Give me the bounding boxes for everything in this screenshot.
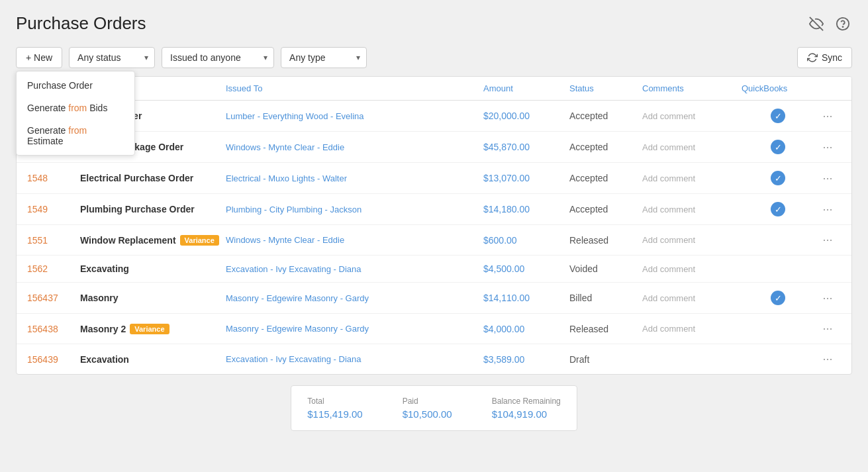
row-issued[interactable]: Windows - Mynte Clear - Eddie — [226, 235, 483, 245]
row-qb: ✓ — [742, 202, 814, 216]
col-header-actions — [814, 83, 841, 93]
row-more-button[interactable]: ··· — [814, 109, 841, 123]
eye-off-icon[interactable] — [807, 15, 826, 33]
dropdown-purchase-order[interactable]: Purchase Order — [17, 74, 134, 97]
sync-button[interactable]: Sync — [797, 47, 852, 68]
row-status: Released — [569, 324, 642, 334]
row-status: Billed — [569, 293, 642, 303]
row-amount: $600.00 — [483, 235, 569, 246]
row-id[interactable]: 156438 — [27, 324, 80, 334]
row-name[interactable]: Excavation — [80, 354, 226, 365]
qb-check-icon: ✓ — [771, 291, 785, 305]
row-comment[interactable]: Add comment — [642, 235, 742, 245]
row-name[interactable]: Masonry 2 Variance — [80, 324, 226, 334]
row-id[interactable]: 156439 — [27, 354, 80, 365]
help-icon[interactable] — [834, 15, 852, 33]
row-name-text: Masonry 2 — [80, 324, 126, 334]
row-name[interactable]: Window Replacement Variance — [80, 235, 226, 246]
row-comment[interactable]: Add comment — [642, 111, 742, 121]
row-comment[interactable]: Add comment — [642, 264, 742, 274]
col-header-amount: Amount — [483, 83, 569, 93]
row-comment[interactable]: Add comment — [642, 324, 742, 334]
row-qb: ✓ — [742, 171, 814, 185]
row-more-button[interactable]: ··· — [814, 352, 841, 366]
row-name-text: Electrical Purchase Order — [80, 173, 193, 183]
row-id[interactable]: 1562 — [27, 263, 80, 274]
row-name-text: Plumbing Purchase Order — [80, 204, 195, 214]
table-row: 1546 Change Order Lumber - Everything Wo… — [17, 101, 851, 132]
new-button-container: + New Purchase Order Generate from Bids … — [16, 47, 62, 68]
row-issued[interactable]: Excavation - Ivy Excavating - Diana — [226, 264, 483, 274]
col-header-qb: QuickBooks — [742, 83, 814, 93]
row-id[interactable]: 1551 — [27, 235, 80, 246]
row-comment[interactable]: Add comment — [642, 173, 742, 183]
total-summary: Total $115,419.00 — [307, 397, 362, 420]
table-row: 1562 Excavating Excavation - Ivy Excavat… — [17, 256, 851, 283]
total-value: $115,419.00 — [307, 408, 362, 420]
row-name[interactable]: Plumbing Purchase Order — [80, 204, 226, 214]
issued-filter[interactable]: Issued to anyone — [162, 47, 274, 68]
total-label: Total — [307, 397, 362, 406]
table-row: 1551 Window Replacement Variance Windows… — [17, 225, 851, 256]
paid-summary: Paid $10,500.00 — [403, 397, 452, 420]
page-header: Purchase Orders — [16, 13, 852, 34]
row-issued[interactable]: Electrical - Muxo Lights - Walter — [226, 173, 483, 183]
qb-check-icon: ✓ — [771, 171, 785, 185]
row-amount: $45,870.00 — [483, 142, 569, 152]
status-filter[interactable]: Any status Draft Released Accepted Bille… — [69, 47, 155, 68]
row-comment[interactable]: Add comment — [642, 142, 742, 152]
table-row: 156439 Excavation Excavation - Ivy Excav… — [17, 344, 851, 374]
row-issued[interactable]: Masonry - Edgewire Masonry - Gardy — [226, 293, 483, 303]
variance-badge: Variance — [180, 235, 219, 246]
balance-label: Balance Remaining — [492, 397, 561, 406]
highlight-from-bids: from — [68, 103, 87, 113]
row-id[interactable]: 1548 — [27, 173, 80, 183]
type-filter[interactable]: Any type — [281, 47, 367, 68]
row-name[interactable]: Excavating — [80, 263, 226, 274]
row-id[interactable]: 156437 — [27, 293, 80, 303]
row-amount: $14,180.00 — [483, 204, 569, 214]
highlight-from-estimate: from — [68, 125, 87, 136]
row-amount: $13,070.00 — [483, 173, 569, 183]
row-more-button[interactable]: ··· — [814, 171, 841, 185]
row-comment[interactable]: Add comment — [642, 293, 742, 303]
row-amount: $20,000.00 — [483, 111, 569, 121]
row-more-button[interactable]: ··· — [814, 322, 841, 336]
row-name-text: Window Replacement — [80, 235, 176, 246]
row-issued[interactable]: Excavation - Ivy Excavating - Diana — [226, 354, 483, 364]
new-dropdown-menu: Purchase Order Generate from Bids Genera… — [16, 71, 135, 156]
sync-label: Sync — [822, 52, 842, 63]
footer-summary: Total $115,419.00 Paid $10,500.00 Balanc… — [291, 385, 577, 431]
row-qb: ✓ — [742, 140, 814, 154]
row-more-button[interactable]: ··· — [814, 140, 841, 154]
row-more-button[interactable]: ··· — [814, 233, 841, 247]
table-header: Issued To Amount Status Comments QuickBo… — [17, 77, 851, 101]
table-row: 156438 Masonry 2 Variance Masonry - Edge… — [17, 314, 851, 344]
col-header-issued: Issued To — [226, 83, 483, 93]
dropdown-generate-from-bids[interactable]: Generate from Bids — [17, 97, 134, 119]
paid-label: Paid — [403, 397, 452, 406]
new-button[interactable]: + New — [16, 47, 62, 68]
toolbar: + New Purchase Order Generate from Bids … — [16, 47, 852, 68]
row-comment[interactable]: Add comment — [642, 205, 742, 214]
row-issued[interactable]: Windows - Mynte Clear - Eddie — [226, 142, 483, 152]
type-filter-wrapper: Any type — [281, 47, 367, 68]
row-name[interactable]: Masonry — [80, 293, 226, 303]
row-issued[interactable]: Lumber - Everything Wood - Evelina — [226, 111, 483, 121]
dropdown-generate-from-estimate[interactable]: Generate from Estimate — [17, 119, 134, 152]
table-row: 1547 Window Package Order Windows - Mynt… — [17, 132, 851, 163]
row-issued[interactable]: Masonry - Edgewire Masonry - Gardy — [226, 324, 483, 334]
row-issued[interactable]: Plumbing - City Plumbing - Jackson — [226, 205, 483, 214]
col-header-status: Status — [569, 83, 642, 93]
row-id[interactable]: 1549 — [27, 204, 80, 214]
row-more-button[interactable]: ··· — [814, 203, 841, 216]
row-more-button[interactable]: ··· — [814, 291, 841, 305]
row-status: Accepted — [569, 204, 642, 214]
purchase-orders-table: Issued To Amount Status Comments QuickBo… — [16, 76, 852, 375]
row-name[interactable]: Electrical Purchase Order — [80, 173, 226, 183]
row-amount: $3,589.00 — [483, 354, 569, 365]
row-amount: $4,000.00 — [483, 324, 569, 334]
paid-value: $10,500.00 — [403, 408, 452, 420]
issued-filter-wrapper: Issued to anyone — [162, 47, 274, 68]
status-filter-wrapper: Any status Draft Released Accepted Bille… — [69, 47, 155, 68]
